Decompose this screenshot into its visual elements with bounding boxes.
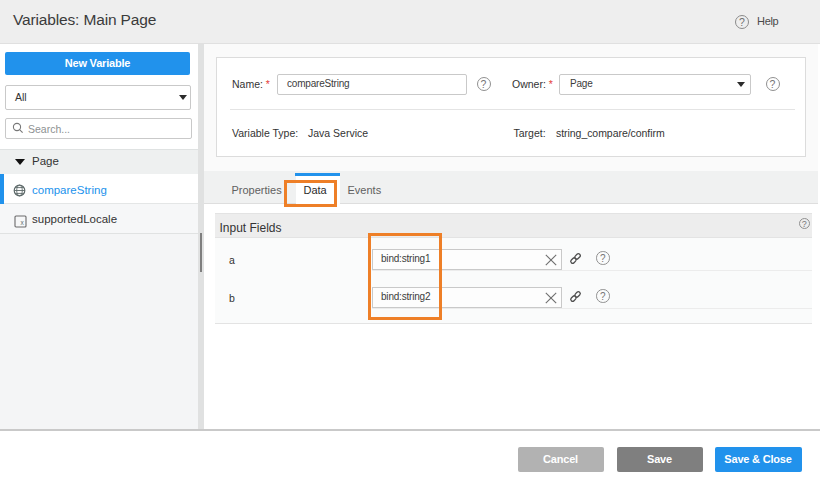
svg-text:x: x [21,219,25,226]
